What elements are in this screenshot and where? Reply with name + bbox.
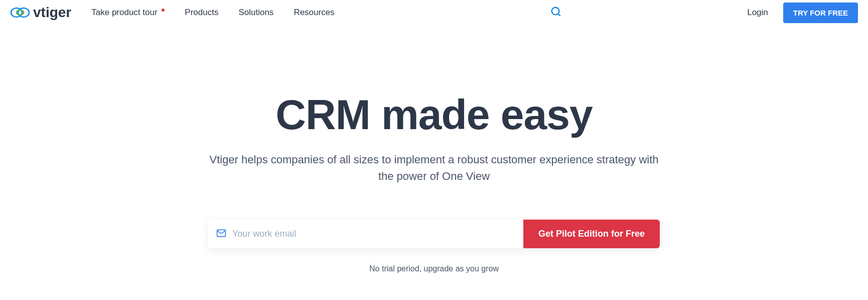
signup-form: Get Pilot Edition for Free: [208, 220, 660, 248]
nav-resources[interactable]: Resources: [294, 8, 334, 18]
logo[interactable]: vtiger: [10, 5, 71, 21]
get-pilot-button[interactable]: Get Pilot Edition for Free: [523, 220, 660, 248]
search-icon[interactable]: [550, 6, 561, 19]
nav-tour-label: Take product tour: [91, 8, 157, 17]
notification-dot-icon: [162, 9, 165, 12]
email-icon: [216, 228, 226, 240]
hero-section: CRM made easy Vtiger helps companies of …: [0, 90, 868, 273]
main-nav: Take product tour Products Solutions Res…: [91, 8, 334, 18]
logo-icon: [10, 6, 30, 19]
nav-products[interactable]: Products: [185, 8, 218, 18]
hero-title: CRM made easy: [0, 90, 868, 139]
svg-line-4: [558, 14, 560, 16]
email-input-wrapper: [208, 220, 523, 248]
logo-text: vtiger: [33, 5, 71, 21]
login-link[interactable]: Login: [747, 8, 768, 18]
try-free-button[interactable]: TRY FOR FREE: [783, 3, 858, 23]
header-right: Login TRY FOR FREE: [550, 3, 858, 23]
header: vtiger Take product tour Products Soluti…: [0, 0, 868, 25]
form-note: No trial period, upgrade as you grow: [0, 264, 868, 273]
hero-subtitle: Vtiger helps companies of all sizes to i…: [208, 151, 660, 184]
email-input[interactable]: [232, 220, 515, 248]
nav-product-tour[interactable]: Take product tour: [91, 8, 165, 18]
nav-solutions[interactable]: Solutions: [238, 8, 273, 18]
